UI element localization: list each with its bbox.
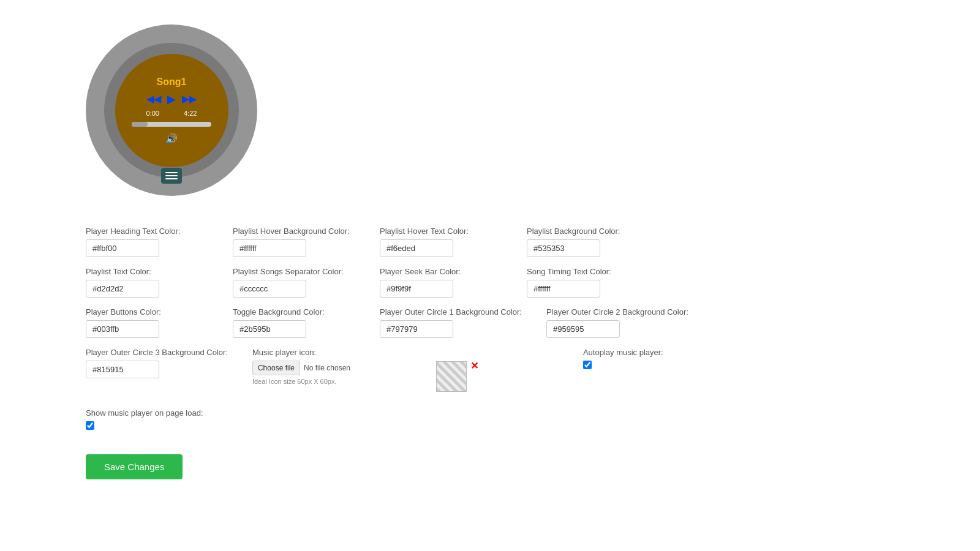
input-playlist-hover-text-color[interactable]	[380, 239, 453, 257]
setting-playlist-separator-color: Playlist Songs Separator Color:	[233, 267, 355, 298]
input-player-buttons-color[interactable]	[86, 320, 159, 338]
toggle-line-2	[165, 175, 178, 176]
label-playlist-bg-color: Playlist Background Color:	[527, 227, 649, 236]
label-player-buttons-color: Player Buttons Color:	[86, 307, 208, 317]
volume-icon[interactable]: 🔊	[165, 133, 178, 144]
toggle-line-3	[165, 178, 178, 179]
player-controls: ◀◀ ▶ ▶▶	[146, 94, 197, 105]
save-changes-button[interactable]: Save Changes	[86, 454, 183, 479]
player-middle-circle-1: Song1 ◀◀ ▶ ▶▶ 0:00 4:22 🔊	[104, 43, 239, 178]
input-playlist-separator-color[interactable]	[233, 280, 306, 298]
input-playlist-text-color[interactable]	[86, 280, 159, 298]
settings-row-1: Player Heading Text Color: Playlist Hove…	[86, 227, 894, 257]
choose-file-button[interactable]: Choose file	[252, 361, 300, 375]
setting-playlist-text-color: Playlist Text Color:	[86, 267, 208, 298]
input-outer-circle3-color[interactable]	[86, 361, 159, 378]
label-outer-circle2-color: Player Outer Circle 2 Background Color:	[546, 307, 688, 317]
icon-preview-area: ✕	[436, 361, 559, 392]
seek-bar-fill	[132, 122, 148, 127]
setting-outer-circle3-color: Player Outer Circle 3 Background Color:	[86, 348, 228, 399]
settings-row-4: Player Outer Circle 3 Background Color: …	[86, 348, 894, 399]
icon-remove-button[interactable]: ✕	[470, 361, 478, 371]
setting-toggle-bg-color: Toggle Background Color:	[233, 307, 355, 338]
label-playlist-text-color: Playlist Text Color:	[86, 267, 208, 276]
setting-outer-circle1-color: Player Outer Circle 1 Background Color:	[380, 307, 522, 338]
setting-playlist-hover-bg-color: Playlist Hover Background Color:	[233, 227, 355, 257]
settings-row-3: Player Buttons Color: Toggle Background …	[86, 307, 894, 338]
input-playlist-hover-bg-color[interactable]	[233, 239, 306, 257]
label-outer-circle3-color: Player Outer Circle 3 Background Color:	[86, 348, 228, 357]
input-song-timing-text-color[interactable]	[527, 280, 600, 298]
label-music-icon: Music player icon:	[252, 348, 412, 357]
label-playlist-hover-text-color: Playlist Hover Text Color:	[380, 227, 502, 236]
label-song-timing-text-color: Song Timing Text Color:	[527, 267, 649, 276]
file-hint-text: Ideal Icon size 60px X 60px.	[252, 378, 412, 385]
player-outer-circle-2: Song1 ◀◀ ▶ ▶▶ 0:00 4:22 🔊	[86, 24, 257, 196]
time-total: 4:22	[184, 110, 197, 117]
play-button[interactable]: ▶	[167, 94, 176, 105]
next-button[interactable]: ▶▶	[182, 94, 197, 104]
player-inner-circle: Song1 ◀◀ ▶ ▶▶ 0:00 4:22 🔊	[115, 54, 228, 167]
show-on-load-section: Show music player on page load:	[86, 408, 208, 444]
file-no-chosen-text: No file chosen	[304, 364, 350, 372]
setting-song-timing-text-color: Song Timing Text Color:	[527, 267, 649, 298]
autoplay-section: Autoplay music player:	[583, 348, 706, 384]
label-autoplay: Autoplay music player:	[583, 348, 706, 357]
toggle-line-1	[165, 172, 178, 173]
setting-player-heading-text-color: Player Heading Text Color:	[86, 227, 208, 257]
autoplay-checkbox[interactable]	[583, 361, 592, 369]
setting-playlist-bg-color: Playlist Background Color:	[527, 227, 649, 257]
input-player-heading-text-color[interactable]	[86, 239, 159, 257]
label-player-seekbar-color: Player Seek Bar Color:	[380, 267, 502, 276]
setting-player-seekbar-color: Player Seek Bar Color:	[380, 267, 502, 298]
input-playlist-bg-color[interactable]	[527, 239, 600, 257]
label-toggle-bg-color: Toggle Background Color:	[233, 307, 355, 317]
prev-button[interactable]: ◀◀	[146, 94, 161, 104]
player-section: Song1 ◀◀ ▶ ▶▶ 0:00 4:22 🔊	[24, 12, 956, 208]
toggle-playlist-button[interactable]	[161, 168, 182, 184]
show-on-load-checkbox-group	[86, 421, 208, 430]
time-current: 0:00	[146, 110, 159, 117]
setting-player-buttons-color: Player Buttons Color:	[86, 307, 208, 338]
setting-outer-circle2-color: Player Outer Circle 2 Background Color:	[546, 307, 688, 338]
settings-section: Player Heading Text Color: Playlist Hove…	[24, 227, 956, 479]
file-input-area: Choose file No file chosen	[252, 361, 412, 375]
icon-preview-section: ✕	[436, 348, 559, 399]
label-outer-circle1-color: Player Outer Circle 1 Background Color:	[380, 307, 522, 317]
settings-row-5: Show music player on page load:	[86, 408, 894, 444]
player-title: Song1	[157, 77, 187, 88]
autoplay-checkbox-group	[583, 361, 706, 369]
settings-row-2: Playlist Text Color: Playlist Songs Sepa…	[86, 267, 894, 298]
save-section: Save Changes	[86, 454, 894, 479]
input-outer-circle2-color[interactable]	[546, 320, 620, 338]
label-show-on-load: Show music player on page load:	[86, 408, 208, 418]
label-playlist-hover-bg-color: Playlist Hover Background Color:	[233, 227, 355, 236]
input-toggle-bg-color[interactable]	[233, 320, 306, 338]
setting-music-icon: Music player icon: Choose file No file c…	[252, 348, 412, 399]
label-playlist-separator-color: Playlist Songs Separator Color:	[233, 267, 355, 276]
label-player-heading-text-color: Player Heading Text Color:	[86, 227, 208, 236]
input-player-seekbar-color[interactable]	[380, 280, 453, 298]
icon-preview-box	[436, 361, 467, 392]
input-outer-circle1-color[interactable]	[380, 320, 453, 338]
player-timing: 0:00 4:22	[146, 110, 197, 117]
show-on-load-checkbox[interactable]	[86, 421, 94, 430]
setting-playlist-hover-text-color: Playlist Hover Text Color:	[380, 227, 502, 257]
seek-bar[interactable]	[132, 122, 211, 127]
